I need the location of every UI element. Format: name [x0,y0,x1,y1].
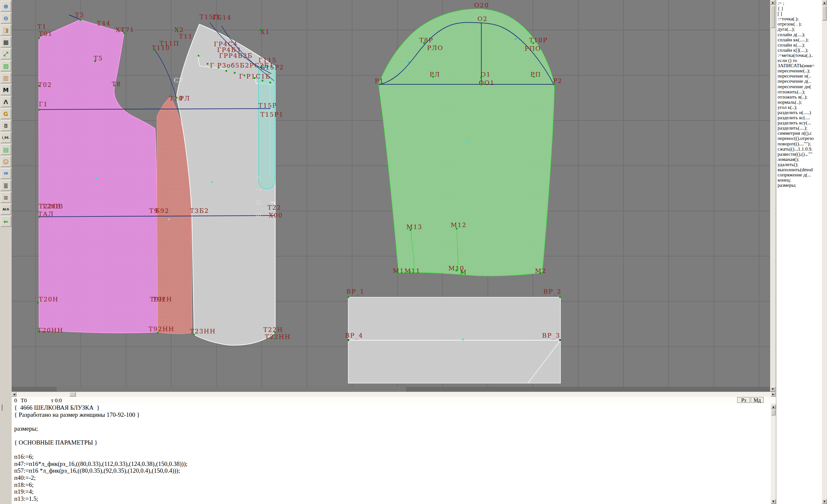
point-label: Т02 [38,82,52,88]
piece-waistband[interactable] [348,297,561,383]
zoom-out-icon[interactable]: ⊖ [1,13,11,23]
program-editor[interactable]: { 4666 ШЕЛКОВАЯ БЛУЗКА }{ Разработано на… [12,403,771,504]
command-item[interactable]: пересечение д(.. [778,79,822,84]
piece-back[interactable] [39,20,158,333]
scroll-left-button[interactable]: ◀ [12,392,16,397]
command-item[interactable]: := ; [778,1,822,6]
scroll-thumb[interactable] [771,410,776,415]
command-item[interactable]: угол к(..); [778,105,822,110]
command-item[interactable]: пересечение дн( [778,84,822,89]
command-item[interactable]: :=точка(.); [778,16,822,21]
command-item[interactable]: выполнить(dmod [778,167,822,172]
piece-collar[interactable] [258,66,275,189]
point-label: М11 [404,267,421,274]
editor-line[interactable]: п57:=п16 *л_фнк(рз_16,((80,0.35),(92,0.3… [14,467,771,474]
editor-line[interactable]: п18:=6; [14,482,771,489]
i66-icon[interactable]: i_66. [1,132,11,143]
editor-line[interactable]: п19:=4; [14,488,771,495]
rz-button[interactable]: Рз [737,397,750,403]
alg-icon[interactable]: ALG [1,204,11,215]
ruler-8-icon[interactable]: 8 [1,120,11,131]
page-preview-icon[interactable]: ▧ [1,60,11,71]
point-label: ВР_3 [542,332,560,339]
editor-line[interactable]: размеры; [14,425,771,432]
scroll-thumb[interactable] [771,5,775,28]
scroll-thumb[interactable] [57,387,406,391]
command-item[interactable]: разделить(....); [778,125,822,131]
command-item[interactable]: сплайн д(....); [778,32,822,37]
command-item[interactable]: сжать(()..,1.1.0.9. [778,146,822,152]
zoom-in-icon[interactable]: ⊕ [1,1,11,12]
letter-g-icon[interactable]: G [1,108,11,119]
editor-line[interactable]: п47:=п16*л_фнк(рз_16,((80,0.33),(112,0.3… [14,460,771,467]
command-item[interactable]: удалить(); [778,162,822,167]
scroll-down-button[interactable]: ▼ [770,387,775,392]
editor-line[interactable] [14,432,771,439]
command-item[interactable]: [ ] [778,11,822,16]
view-pieces-icon[interactable]: ◨ [1,24,11,36]
drawing-canvas[interactable]: Т3Т44ХТ71Т1Т01Т5Т02Т8Г1Т22ОВТ20ВТАЛТ9Б92… [12,0,770,387]
editor-line[interactable] [14,418,771,425]
command-item[interactable]: сплайн к(....); [778,42,822,48]
books-icon[interactable]: ≡ [1,192,11,203]
md-button[interactable]: Мд [751,397,764,403]
editor-line[interactable] [14,446,771,453]
scroll-thumb[interactable] [822,6,827,21]
canvas-horizontal-scrollbar[interactable] [12,387,770,392]
command-item[interactable]: сопряжение д(... [778,172,822,178]
letter-m-icon[interactable]: M [1,84,11,95]
command-item[interactable]: разделить кс(.... [778,115,822,120]
command-item[interactable]: развести((),().,."" [778,152,822,157]
command-item[interactable]: :=метка(точка(.).. [778,53,822,58]
command-item[interactable]: размеры; [778,183,822,188]
command-item[interactable]: дуга(...); [778,27,822,32]
command-item[interactable]: пересечение н(.. [778,73,822,79]
command-item[interactable]: сплайн к[](....); [778,48,822,53]
editor-line[interactable]: { Разработано на размер женщины 170-92-1… [14,411,771,418]
command-item[interactable]: нормаль(..); [778,100,822,105]
scroll-down-button[interactable]: ▼ [822,499,827,504]
text-doc-icon[interactable]: ≣ [1,180,11,191]
canvas-vertical-scrollbar[interactable]: ▲ ▼ [770,0,775,392]
measure-segment-icon[interactable]: ⤢ [1,48,11,59]
scroll-up-button[interactable]: ▲ [770,0,775,5]
editor-line[interactable]: п40:=-2; [14,474,771,482]
scroll-thumb[interactable] [69,392,76,397]
3d-icon[interactable]: 3D [1,168,11,179]
command-item[interactable]: отрезок( . ); [778,21,822,27]
command-item[interactable]: отложить(...); [778,89,822,94]
editor-line[interactable]: { 4666 ШЕЛКОВАЯ БЛУЗКА } [14,404,771,411]
command-item[interactable]: разделить ксу(... [778,120,822,125]
editor-line[interactable]: п13:=1.5; [14,495,771,502]
grid-icon[interactable]: ▦ [1,37,11,48]
editor-line[interactable]: { ОСНОВНЫЕ ПАРАМЕТРЫ } [14,439,771,446]
back-arrow-icon[interactable]: ⇐ [1,216,11,227]
scroll-up-button[interactable]: ▲ [771,404,776,409]
command-item[interactable]: сплайн кк(.....); [778,37,822,42]
command-list-scrollbar[interactable]: ▲ ▼ [822,0,827,504]
point-label: РЛО [427,45,443,51]
command-item[interactable]: симметрия л((),с [778,131,822,136]
command-list[interactable]: := ;{ }[ ]:=точка(.);отрезок( . );дуга(.… [776,0,822,504]
command-item[interactable]: ломаная(); [778,157,822,162]
pattern-piece-icon[interactable]: ▥ [1,72,11,83]
command-item[interactable]: перенос((),отрезо [778,136,822,141]
scroll-up-button[interactable]: ▲ [822,0,827,5]
command-item[interactable]: { } [778,6,822,11]
compass-icon[interactable]: Λ [1,96,11,107]
editor-vertical-scrollbar[interactable]: ▲ ▼ [771,403,776,504]
command-item[interactable]: конец; [778,178,822,183]
command-item[interactable]: разделить н(.....) [778,110,822,115]
table-icon[interactable]: ▤ [1,144,11,155]
command-item[interactable]: отложить в(..); [778,94,822,100]
command-item[interactable]: поворот(()....""); [778,141,822,146]
editor-horizontal-scrollbar[interactable]: ◀ ▶ [12,392,776,397]
command-item[interactable]: если () то [778,58,822,63]
editor-line[interactable]: п16:=6; [14,453,771,460]
point-label: Т20НН [38,327,63,334]
command-item[interactable]: пересечение(..); [778,68,822,73]
scroll-down-button[interactable]: ▼ [771,499,776,504]
photo-face-icon[interactable]: ☺ [1,156,11,167]
scroll-right-button[interactable]: ▶ [771,392,776,397]
command-item[interactable]: ЗАПИСАТЬ(имя= [778,63,822,68]
